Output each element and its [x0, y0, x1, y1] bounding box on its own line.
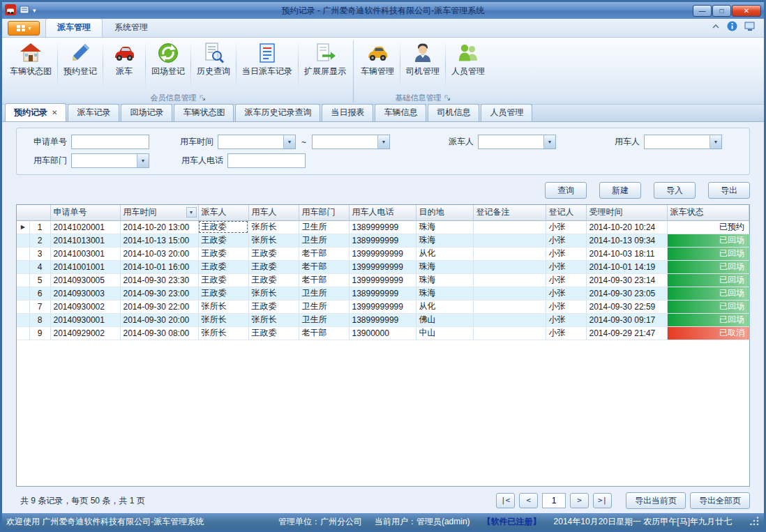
grid-cell[interactable]: 小张 — [546, 220, 586, 234]
table-row[interactable]: 7201409300022014-09-30 22:00张所长王政委卫生所139… — [17, 300, 749, 313]
grid-cell[interactable]: 2014-09-30 23:14 — [586, 273, 667, 287]
grid-cell[interactable]: 老干部 — [299, 247, 349, 260]
grid-cell[interactable]: 2014-09-30 23:00 — [120, 287, 198, 300]
grid-cell[interactable]: 从化 — [416, 300, 473, 313]
grid-cell[interactable] — [473, 287, 546, 300]
ribbon-tab-派车管理[interactable]: 派车管理 — [45, 18, 103, 37]
grid-cell[interactable]: 20141020001 — [50, 220, 120, 234]
grid-cell[interactable]: 卫生所 — [299, 234, 349, 247]
table-row[interactable]: 9201409290022014-09-30 08:00张所长王政委老干部139… — [17, 326, 749, 340]
column-header-目的地[interactable]: 目的地 — [416, 205, 473, 220]
column-header-用车时间[interactable]: 用车时间▼ — [120, 205, 198, 220]
ribbon-button-dispatch-car[interactable]: 派车 — [104, 39, 144, 92]
grid-cell[interactable]: 卫生所 — [299, 287, 349, 300]
dispatcher-combo[interactable]: ▼ — [478, 135, 556, 149]
table-row[interactable]: ▶1201410200012014-10-20 13:00王政委张所长卫生所13… — [17, 220, 749, 234]
grid-cell[interactable]: 卫生所 — [299, 300, 349, 313]
ribbon-button-return-register[interactable]: 回场登记 — [147, 39, 190, 92]
grid-cell[interactable]: 小张 — [546, 273, 586, 287]
grid-cell[interactable]: 2014-09-30 22:59 — [586, 300, 667, 313]
group-dialog-launcher-icon[interactable] — [200, 94, 206, 102]
grid-cell[interactable]: 佛山 — [416, 313, 473, 326]
chevron-down-icon[interactable]: ▼ — [543, 135, 555, 149]
grid-cell[interactable]: 张所长 — [248, 287, 299, 300]
doc-tab-预约记录[interactable]: 预约记录✕ — [5, 103, 66, 121]
grid-cell[interactable]: 卫生所 — [299, 313, 349, 326]
chevron-down-icon[interactable]: ▼ — [377, 135, 389, 149]
maximize-button[interactable]: □ — [712, 5, 731, 17]
grid-cell[interactable] — [473, 273, 546, 287]
table-row[interactable]: 8201409300012014-09-30 20:00张所长张所长卫生所138… — [17, 313, 749, 326]
chevron-down-icon[interactable]: ▼ — [137, 154, 149, 167]
page-number-input[interactable] — [542, 493, 566, 508]
doc-tab-人员管理[interactable]: 人员管理 — [481, 104, 532, 121]
column-header-申请单号[interactable]: 申请单号 — [50, 205, 120, 220]
grid-cell[interactable]: 2014-10-03 18:11 — [586, 247, 667, 260]
user-combo[interactable]: ▼ — [644, 135, 722, 149]
grid-cell[interactable]: 从化 — [416, 247, 473, 260]
column-header-登记人[interactable]: 登记人 — [546, 205, 586, 220]
department-combo[interactable]: ▼ — [71, 153, 149, 168]
minimize-button[interactable]: — — [693, 5, 712, 17]
grid-cell[interactable]: 王政委 — [248, 326, 299, 340]
grid-cell[interactable]: 张所长 — [248, 234, 299, 247]
group-dialog-launcher-icon[interactable] — [444, 94, 451, 102]
grid-cell[interactable]: 老干部 — [299, 260, 349, 273]
app-icon[interactable] — [5, 4, 16, 17]
ribbon-button-extend-screen[interactable]: 扩展屏显示 — [299, 39, 351, 92]
grid-cell[interactable]: 老干部 — [299, 326, 349, 340]
grid-cell[interactable]: 小张 — [546, 287, 586, 300]
grid-cell[interactable]: 1389999999 — [349, 287, 416, 300]
grid-cell[interactable]: 2014-10-01 14:19 — [586, 260, 667, 273]
doc-tab-回场记录[interactable]: 回场记录 — [121, 104, 172, 121]
grid-cell[interactable]: 1389999999 — [349, 234, 416, 247]
grid-cell[interactable]: 2014-10-20 13:00 — [120, 220, 198, 234]
grid-cell[interactable] — [473, 300, 546, 313]
grid-cell[interactable]: 珠海 — [416, 287, 473, 300]
ribbon-button-history-search[interactable]: 历史查询 — [192, 39, 235, 92]
grid-cell[interactable]: 2014-09-30 22:00 — [120, 300, 198, 313]
grid-cell[interactable]: 小张 — [546, 234, 586, 247]
grid-cell[interactable]: 珠海 — [416, 260, 473, 273]
grid-cell[interactable]: 珠海 — [416, 220, 473, 234]
grid-cell[interactable]: 卫生所 — [299, 220, 349, 234]
grid-cell[interactable]: 王政委 — [198, 234, 248, 247]
grid-cell[interactable]: 张所长 — [248, 313, 299, 326]
grid-cell[interactable]: 王政委 — [198, 247, 248, 260]
filter-dropdown-icon[interactable]: ▼ — [186, 207, 197, 218]
grid-cell[interactable]: 张所长 — [198, 326, 248, 340]
grid-cell[interactable]: 2014-09-30 08:00 — [120, 326, 198, 340]
grid-cell[interactable]: 珠海 — [416, 273, 473, 287]
application-menu-button[interactable]: ▾ — [8, 21, 40, 36]
close-button[interactable]: ✕ — [732, 5, 761, 17]
grid-cell[interactable]: 20140930002 — [50, 300, 120, 313]
grid-cell[interactable]: 小张 — [546, 313, 586, 326]
grid-cell[interactable]: 20141013001 — [50, 234, 120, 247]
grid-cell[interactable]: 2014-09-30 23:05 — [586, 287, 667, 300]
doc-tab-车辆状态图[interactable]: 车辆状态图 — [174, 104, 234, 121]
doc-tab-当日报表[interactable]: 当日报表 — [322, 104, 373, 121]
export-current-page-button[interactable]: 导出当前页 — [626, 492, 686, 509]
grid-cell[interactable]: 2014-09-30 09:17 — [586, 313, 667, 326]
grid-cell[interactable]: 小张 — [546, 260, 586, 273]
grid-cell[interactable]: 王政委 — [248, 247, 299, 260]
column-header-受理时间[interactable]: 受理时间 — [586, 205, 667, 220]
grid-cell[interactable]: 王政委 — [248, 300, 299, 313]
grid-cell[interactable]: 中山 — [416, 326, 473, 340]
grid-cell[interactable]: 20141001001 — [50, 260, 120, 273]
grid-cell[interactable]: 1389999999 — [349, 220, 416, 234]
ribbon-button-today-dispatch-records[interactable]: 当日派车记录 — [237, 39, 297, 92]
first-page-button[interactable]: |< — [496, 493, 515, 508]
column-header-用车人电话[interactable]: 用车人电话 — [349, 205, 416, 220]
grid-cell[interactable] — [473, 326, 546, 340]
grid-cell[interactable]: 1389999999 — [349, 313, 416, 326]
doc-tab-派车记录[interactable]: 派车记录 — [68, 104, 119, 121]
grid-cell[interactable]: 老干部 — [299, 273, 349, 287]
grid-cell[interactable]: 13999999999 — [349, 247, 416, 260]
ribbon-button-vehicle-status[interactable]: 车辆状态图 — [5, 39, 57, 92]
use-time-to-combo[interactable]: ▼ — [312, 135, 390, 149]
grid-cell[interactable] — [473, 260, 546, 273]
chevron-down-icon[interactable]: ▼ — [283, 135, 295, 149]
grid-cell[interactable]: 张所长 — [198, 313, 248, 326]
grid-cell[interactable]: 13999999999 — [349, 300, 416, 313]
